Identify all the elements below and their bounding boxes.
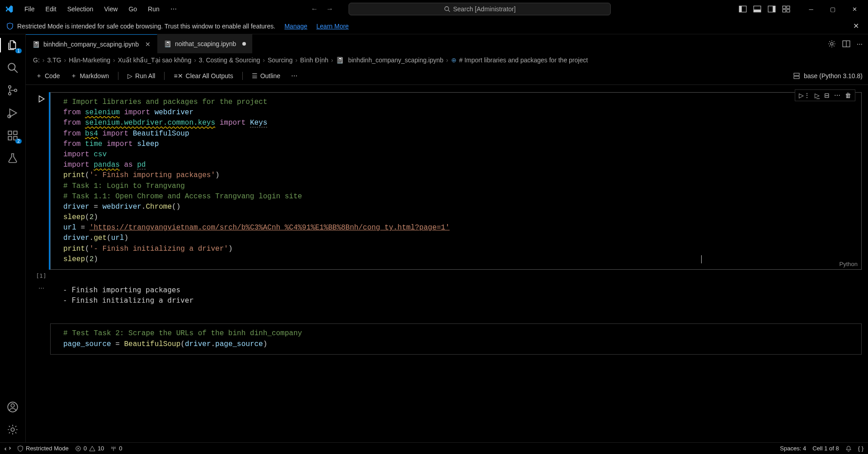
- svg-line-13: [14, 69, 18, 73]
- status-bar: Restricted Mode 0 10 0 Spaces: 4 Cell 1 …: [0, 442, 868, 454]
- notebook-icon: 📓: [32, 41, 40, 48]
- more-button[interactable]: ⋯: [287, 70, 302, 81]
- restricted-mode-status[interactable]: Restricted Mode: [17, 445, 69, 452]
- activity-settings[interactable]: [5, 422, 20, 437]
- maximize-button[interactable]: ▢: [823, 2, 843, 16]
- activity-testing[interactable]: [5, 151, 20, 165]
- run-cell-button[interactable]: [37, 95, 45, 103]
- menu-file[interactable]: File: [20, 4, 39, 14]
- dirty-indicator-icon: [242, 42, 246, 46]
- output-more-icon[interactable]: ⋯: [38, 285, 44, 305]
- split-editor-icon[interactable]: [842, 40, 850, 48]
- add-markdown-button[interactable]: ＋Markdown: [66, 70, 113, 82]
- cell-editor[interactable]: # Test Task 2: Scrape the URLs of the bi…: [50, 323, 862, 354]
- breadcrumb-item[interactable]: Sourcing: [268, 56, 292, 64]
- ports-status[interactable]: 0: [110, 445, 122, 452]
- problems-status[interactable]: 0 10: [75, 445, 104, 452]
- title-bar: File Edit Selection View Go Run ⋯ ← → Se…: [0, 0, 868, 18]
- spaces-status[interactable]: Spaces: 4: [780, 445, 806, 452]
- run-all-button[interactable]: ▷Run All: [123, 70, 160, 81]
- menu-go[interactable]: Go: [124, 4, 142, 14]
- learn-more-link[interactable]: Learn More: [316, 23, 349, 30]
- breadcrumb-item[interactable]: # Import libraries and packages for the …: [459, 56, 588, 64]
- breadcrumb-item[interactable]: Xuất khẩu_Tại sao không: [118, 56, 191, 64]
- close-button[interactable]: ✕: [844, 2, 864, 16]
- menu-edit[interactable]: Edit: [41, 4, 61, 14]
- tab-label: noithat_scaping.ipynb: [175, 40, 236, 47]
- nav-back-icon[interactable]: ←: [309, 4, 320, 14]
- cell-language[interactable]: Python: [840, 261, 858, 267]
- account-icon: [7, 401, 19, 413]
- radio-tower-icon: [110, 445, 117, 452]
- code-content[interactable]: # Import libraries and packages for the …: [51, 93, 861, 269]
- outline-button[interactable]: ☰Outline: [247, 70, 285, 81]
- svg-point-16: [14, 89, 17, 91]
- minimize-button[interactable]: ─: [801, 2, 821, 16]
- breadcrumb-item[interactable]: 3. Costing & Sourcing: [199, 56, 260, 64]
- breadcrumb-item[interactable]: 3.TG: [47, 56, 61, 64]
- breadcrumb-item[interactable]: Hân-Marketing: [69, 56, 110, 64]
- kernel-selector[interactable]: base (Python 3.10.8): [793, 72, 863, 80]
- extensions-badge: 2: [15, 139, 22, 144]
- nav-forward-icon[interactable]: →: [324, 4, 335, 14]
- activity-extensions[interactable]: 2: [5, 128, 20, 143]
- panel-bottom-icon[interactable]: [753, 5, 761, 13]
- notebook-icon: 📓: [336, 56, 344, 64]
- cell-editor[interactable]: # Import libraries and packages for the …: [50, 92, 862, 270]
- menu-more[interactable]: ⋯: [166, 4, 181, 14]
- close-icon[interactable]: ✕: [850, 22, 862, 30]
- notifications-icon[interactable]: [845, 445, 852, 452]
- menu-selection[interactable]: Selection: [63, 4, 98, 14]
- svg-point-31: [113, 447, 115, 449]
- svg-point-23: [11, 404, 14, 407]
- source-control-icon: [7, 84, 19, 96]
- activity-scm[interactable]: [5, 83, 20, 98]
- code-content[interactable]: # Test Task 2: Scrape the URLs of the bi…: [51, 324, 861, 354]
- svg-point-24: [11, 428, 14, 431]
- close-icon[interactable]: ✕: [145, 41, 151, 48]
- notebook-icon: 📓: [164, 40, 171, 47]
- shield-icon: [17, 445, 24, 452]
- svg-rect-9: [787, 6, 790, 9]
- panel-right-icon[interactable]: [768, 5, 776, 13]
- json-icon[interactable]: { }: [858, 445, 863, 452]
- svg-rect-7: [773, 6, 775, 12]
- svg-rect-21: [14, 131, 17, 135]
- activity-debug[interactable]: [5, 106, 20, 120]
- activity-search[interactable]: [5, 61, 20, 75]
- svg-rect-8: [783, 6, 786, 9]
- manage-link[interactable]: Manage: [284, 23, 307, 30]
- execute-above-icon[interactable]: ▷̲: [815, 92, 820, 99]
- svg-rect-11: [787, 9, 790, 12]
- delete-icon[interactable]: 🗑: [845, 92, 851, 99]
- tab-binhdinh[interactable]: 📓 binhdinh_company_scaping.ipynb ✕: [26, 34, 157, 53]
- layout-customize-icon[interactable]: [782, 5, 790, 13]
- panel-left-icon[interactable]: [739, 5, 747, 13]
- flask-icon: [7, 152, 19, 164]
- notebook-settings-icon[interactable]: [828, 40, 836, 48]
- more-actions-icon[interactable]: ⋯: [857, 41, 863, 47]
- remote-icon[interactable]: [5, 445, 11, 452]
- svg-rect-19: [8, 136, 12, 140]
- tab-noithat[interactable]: 📓 noithat_scaping.ipynb: [157, 34, 253, 53]
- breadcrumb-item[interactable]: G:: [33, 56, 40, 64]
- breadcrumb-item[interactable]: binhdinh_company_scaping.ipynb: [348, 56, 443, 64]
- error-icon: [75, 445, 81, 452]
- menu-run[interactable]: Run: [143, 4, 164, 14]
- run-by-line-icon[interactable]: ▷⋮: [799, 92, 810, 99]
- search-input[interactable]: Search [Administrator]: [349, 3, 611, 15]
- activity-explorer[interactable]: 1: [5, 38, 20, 52]
- split-cell-icon[interactable]: ⊟: [824, 92, 830, 99]
- more-icon[interactable]: ⋯: [834, 92, 840, 99]
- gear-icon: [7, 424, 19, 435]
- clear-outputs-button[interactable]: ≡✕Clear All Outputs: [169, 70, 237, 81]
- notebook-body: ▷⋮ ▷̲ ⊟ ⋯ 🗑 # Import libraries and packa…: [26, 85, 868, 442]
- add-code-button[interactable]: ＋Code: [31, 70, 64, 82]
- search-icon: [444, 6, 450, 12]
- notification-text: Restricted Mode is intended for safe cod…: [17, 23, 275, 30]
- menu-view[interactable]: View: [99, 4, 122, 14]
- breadcrumb-item[interactable]: Bình Định: [300, 56, 328, 64]
- cell-position-status[interactable]: Cell 1 of 8: [812, 445, 839, 452]
- activity-account[interactable]: [5, 400, 20, 414]
- svg-rect-29: [794, 76, 799, 79]
